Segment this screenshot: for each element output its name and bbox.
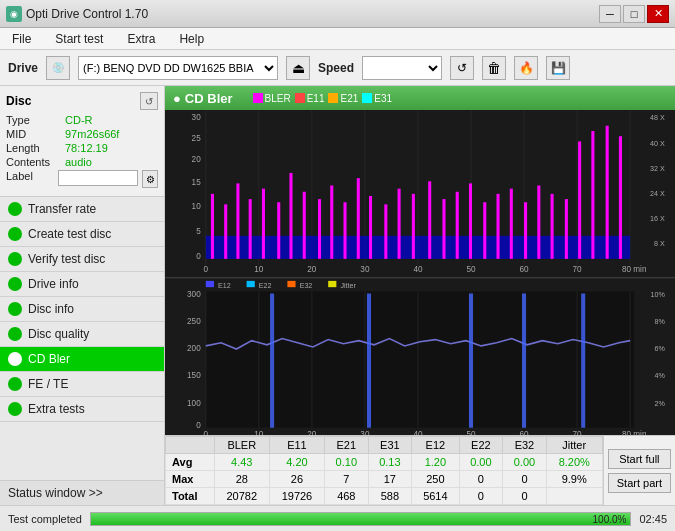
nav-items: Transfer rate Create test disc Verify te…	[0, 197, 164, 422]
menu-extra[interactable]: Extra	[119, 30, 163, 48]
svg-rect-35	[357, 178, 360, 259]
legend-color-e21	[328, 93, 338, 103]
svg-rect-28	[262, 189, 265, 259]
svg-rect-43	[469, 183, 472, 258]
menu-start-test[interactable]: Start test	[47, 30, 111, 48]
stats-max-bler: 28	[214, 471, 269, 488]
legend-e11: E11	[295, 93, 325, 104]
refresh-button[interactable]: ↺	[450, 56, 474, 80]
sidebar-item-transfer-rate[interactable]: Transfer rate	[0, 197, 164, 222]
legend-color-e11	[295, 93, 305, 103]
status-window-button[interactable]: Status window >>	[0, 480, 164, 505]
svg-rect-42	[456, 192, 459, 259]
erase-button[interactable]: 🗑	[482, 56, 506, 80]
svg-text:10: 10	[254, 430, 263, 435]
disc-label-input[interactable]	[58, 170, 138, 186]
minimize-button[interactable]: ─	[599, 5, 621, 23]
stats-col-e12: E12	[412, 437, 459, 454]
stats-buttons-row: BLER E11 E21 E31 E12 E22 E32 Jitter Avg	[165, 435, 675, 505]
disc-panel: Disc ↺ Type CD-R MID 97m26s66f Length 78…	[0, 86, 164, 197]
svg-text:150: 150	[187, 371, 201, 380]
svg-text:20: 20	[192, 155, 201, 164]
start-part-button[interactable]: Start part	[608, 473, 671, 493]
sidebar-item-drive-info[interactable]: Drive info	[0, 272, 164, 297]
stats-max-e12: 250	[412, 471, 459, 488]
sidebar-item-disc-quality[interactable]: Disc quality	[0, 322, 164, 347]
disc-type-row: Type CD-R	[6, 114, 158, 126]
svg-text:70: 70	[573, 265, 582, 274]
svg-text:8 X: 8 X	[654, 239, 665, 248]
main-area: Disc ↺ Type CD-R MID 97m26s66f Length 78…	[0, 86, 675, 505]
svg-text:10%: 10%	[651, 290, 666, 299]
sidebar-item-disc-info[interactable]: Disc info	[0, 297, 164, 322]
close-button[interactable]: ✕	[647, 5, 669, 23]
svg-rect-36	[369, 196, 372, 259]
stats-total-bler: 20782	[214, 488, 269, 505]
svg-text:300: 300	[187, 290, 201, 299]
save-button[interactable]: 💾	[546, 56, 570, 80]
svg-text:24 X: 24 X	[650, 189, 665, 198]
svg-text:20: 20	[307, 265, 316, 274]
sidebar-item-cd-bler[interactable]: CD Bler	[0, 347, 164, 372]
stats-total-e12: 5614	[412, 488, 459, 505]
nav-icon-disc-info	[8, 302, 22, 316]
disc-contents-row: Contents audio	[6, 156, 158, 168]
stats-max-e22: 0	[459, 471, 503, 488]
svg-text:80 min: 80 min	[622, 265, 647, 274]
svg-rect-52	[591, 131, 594, 259]
nav-icon-transfer-rate	[8, 202, 22, 216]
sidebar-item-verify-test-disc[interactable]: Verify test disc	[0, 247, 164, 272]
drive-icon: 💿	[46, 56, 70, 80]
stats-col-e22: E22	[459, 437, 503, 454]
svg-text:40: 40	[413, 430, 422, 435]
svg-rect-54	[619, 136, 622, 259]
svg-text:25: 25	[192, 134, 201, 143]
svg-text:10: 10	[254, 265, 263, 274]
stats-total-jitter	[546, 488, 602, 505]
menu-file[interactable]: File	[4, 30, 39, 48]
disc-settings-button[interactable]: ⚙	[142, 170, 158, 188]
svg-text:30: 30	[192, 113, 201, 122]
disc-mid-value: 97m26s66f	[65, 128, 119, 140]
svg-text:60: 60	[520, 265, 529, 274]
eject-button[interactable]: ⏏	[286, 56, 310, 80]
stats-total-e32: 0	[503, 488, 547, 505]
maximize-button[interactable]: □	[623, 5, 645, 23]
disc-contents-label: Contents	[6, 156, 61, 168]
stats-col-e31: E31	[368, 437, 412, 454]
svg-text:Jitter: Jitter	[340, 281, 356, 290]
nav-label-fe-te: FE / TE	[28, 377, 68, 391]
nav-label-disc-info: Disc info	[28, 302, 74, 316]
disc-refresh-button[interactable]: ↺	[140, 92, 158, 110]
legend-e31: E31	[362, 93, 392, 104]
svg-text:10: 10	[192, 201, 201, 210]
stats-col-e32: E32	[503, 437, 547, 454]
sidebar-item-fe-te[interactable]: FE / TE	[0, 372, 164, 397]
drive-label: Drive	[8, 61, 38, 75]
stats-max-e31: 17	[368, 471, 412, 488]
start-full-button[interactable]: Start full	[608, 449, 671, 469]
svg-text:0: 0	[204, 265, 209, 274]
buttons-area: Start full Start part	[603, 436, 675, 505]
svg-rect-45	[497, 194, 500, 259]
svg-text:E12: E12	[218, 281, 231, 290]
svg-text:48 X: 48 X	[650, 113, 665, 122]
svg-text:4%: 4%	[654, 371, 665, 380]
stats-avg-e12: 1.20	[412, 454, 459, 471]
burn-button[interactable]: 🔥	[514, 56, 538, 80]
window-title: Opti Drive Control 1.70	[26, 7, 148, 21]
drive-select[interactable]: (F:) BENQ DVD DD DW1625 BBIA	[78, 56, 278, 80]
disc-mid-label: MID	[6, 128, 61, 140]
svg-rect-29	[277, 202, 280, 259]
sidebar-item-create-test-disc[interactable]: Create test disc	[0, 222, 164, 247]
sidebar-item-extra-tests[interactable]: Extra tests	[0, 397, 164, 422]
svg-text:60: 60	[520, 430, 529, 435]
stats-avg-e11: 4.20	[269, 454, 324, 471]
svg-rect-34	[344, 202, 347, 259]
menu-help[interactable]: Help	[171, 30, 212, 48]
nav-label-cd-bler: CD Bler	[28, 352, 70, 366]
svg-text:0: 0	[196, 421, 201, 430]
nav-icon-cd-bler	[8, 352, 22, 366]
svg-rect-71	[328, 281, 336, 287]
speed-select[interactable]	[362, 56, 442, 80]
